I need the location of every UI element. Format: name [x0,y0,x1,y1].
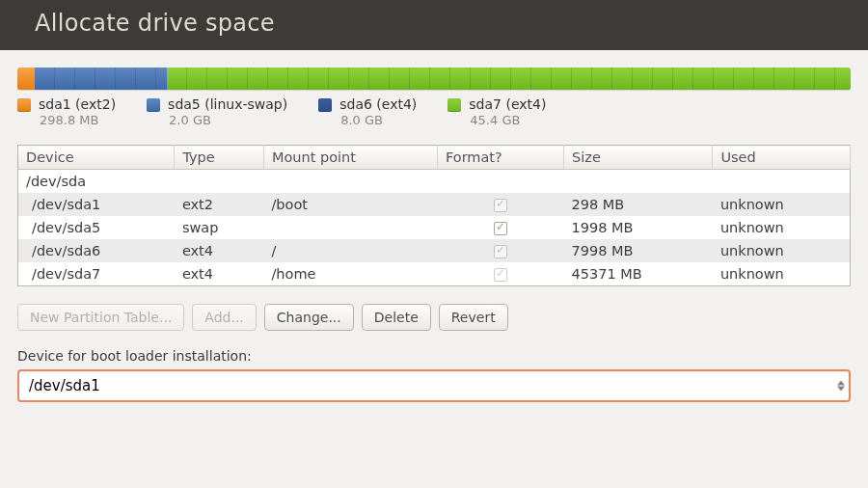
cell-size: 45371 MB [564,262,713,286]
cell-type: ext4 [175,239,264,262]
cell-format [437,262,563,286]
legend-size: 298.8 MB [39,113,116,128]
cell-format [437,216,563,239]
col-type[interactable]: Type [175,146,264,170]
cell-used: unknown [713,239,851,262]
table-row[interactable]: /dev/sda7ext4/home45371 MBunknown [18,262,851,286]
format-checkbox [494,245,507,258]
legend-item: sda7 (ext4)45.4 GB [448,96,546,127]
table-row[interactable]: /dev/sda [18,170,851,194]
legend-size: 2.0 GB [168,113,287,128]
partition-table[interactable]: Device Type Mount point Format? Size Use… [17,145,851,286]
cell-mount: /boot [263,193,437,216]
cell-used: unknown [713,262,851,286]
legend-size: 8.0 GB [339,113,417,128]
format-checkbox[interactable] [494,222,507,235]
legend-label: sda6 (ext4) [339,96,417,113]
legend-label: sda1 (ext2) [39,96,116,113]
cell-format [437,193,563,216]
bootloader-select-wrap [17,369,851,402]
legend-swatch-icon [448,98,461,112]
legend-item: sda1 (ext2)298.8 MB [17,96,116,127]
cell-format [437,170,563,194]
cell-mount [263,216,437,239]
cell-device: /dev/sda7 [18,262,175,286]
table-row[interactable]: /dev/sda1ext2/boot298 MBunknown [18,193,851,216]
cell-used: unknown [713,216,851,239]
revert-button[interactable]: Revert [439,304,508,331]
disk-bar-segment [17,68,35,90]
add-button[interactable]: Add... [192,304,256,331]
cell-type: swap [175,216,264,239]
col-size[interactable]: Size [564,146,713,170]
cell-format [437,239,563,262]
change-button[interactable]: Change... [264,304,354,331]
cell-used: unknown [713,193,851,216]
cell-size: 298 MB [564,193,713,216]
partition-legend: sda1 (ext2)298.8 MBsda5 (linux-swap)2.0 … [17,96,851,127]
cell-used [713,170,851,194]
bootloader-label: Device for boot loader installation: [17,348,851,364]
cell-size [564,170,713,194]
legend-label: sda7 (ext4) [469,96,546,113]
cell-mount: /home [263,262,437,286]
page-title: Allocate drive space [0,0,868,50]
cell-size: 7998 MB [564,239,713,262]
cell-device: /dev/sda1 [18,193,175,216]
disk-usage-bar [17,68,851,91]
legend-swatch-icon [147,98,160,112]
bootloader-device-select[interactable] [17,369,851,402]
format-checkbox [494,268,507,282]
legend-item: sda5 (linux-swap)2.0 GB [147,96,287,127]
disk-bar-segment [167,68,851,90]
cell-device: /dev/sda6 [18,239,175,262]
table-row[interactable]: /dev/sda6ext4/7998 MBunknown [18,239,851,262]
legend-item: sda6 (ext4)8.0 GB [318,96,417,127]
cell-device: /dev/sda [18,170,175,194]
col-used[interactable]: Used [713,146,851,170]
main-content: sda1 (ext2)298.8 MBsda5 (linux-swap)2.0 … [0,50,868,412]
table-header-row: Device Type Mount point Format? Size Use… [18,146,851,170]
legend-swatch-icon [318,98,332,112]
cell-type: ext2 [175,193,264,216]
col-device[interactable]: Device [18,146,175,170]
partition-actions: New Partition Table... Add... Change... … [17,304,851,331]
cell-device: /dev/sda5 [18,216,175,239]
cell-mount: / [263,239,437,262]
delete-button[interactable]: Delete [362,304,431,331]
cell-mount [263,170,437,194]
table-row[interactable]: /dev/sda5swap1998 MBunknown [18,216,851,239]
page-title-text: Allocate drive space [35,10,275,37]
cell-type: ext4 [175,262,264,286]
legend-swatch-icon [17,98,31,112]
legend-label: sda5 (linux-swap) [168,96,287,113]
legend-size: 45.4 GB [469,113,546,128]
cell-type [175,170,264,194]
col-format[interactable]: Format? [437,146,563,170]
disk-bar-segment [35,68,167,90]
col-mount[interactable]: Mount point [263,146,437,170]
new-partition-table-button[interactable]: New Partition Table... [17,304,184,331]
format-checkbox [494,199,507,212]
cell-size: 1998 MB [564,216,713,239]
